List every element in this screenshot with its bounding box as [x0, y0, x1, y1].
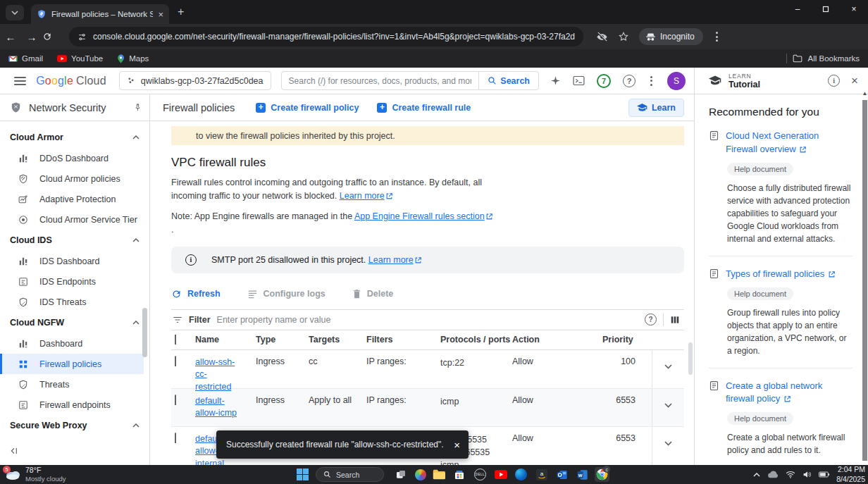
bookmark-star-icon[interactable]: [618, 31, 629, 42]
sidebar-item-ids-endpoints[interactable]: IDS Endpoints: [0, 271, 149, 292]
reload-button[interactable]: [42, 32, 63, 42]
create-firewall-rule-button[interactable]: + Create firewall rule: [377, 103, 471, 113]
file-explorer-button[interactable]: [431, 467, 446, 482]
sidebar-item-cloud-armor-service-tier[interactable]: Cloud Armor Service Tier: [0, 209, 149, 230]
copilot-button[interactable]: [413, 467, 428, 482]
sidebar-item-ngfw-dashboard[interactable]: Dashboard: [0, 333, 149, 354]
tab-search-caret-button[interactable]: [6, 5, 24, 20]
sidebar-section-cloud-ids[interactable]: Cloud IDS: [0, 230, 149, 251]
select-all-checkbox[interactable]: [175, 335, 176, 345]
table-row[interactable]: default-allow-icmp Ingress Apply to all …: [171, 389, 684, 427]
smtp-learn-more-link[interactable]: Learn more: [368, 255, 414, 265]
app-engine-firewall-link[interactable]: App Engine Firewall rules section: [354, 211, 485, 221]
column-header-name[interactable]: Name: [195, 335, 256, 345]
outlook-button[interactable]: [554, 467, 569, 482]
panel-scrollbar-arrow[interactable]: ▲: [862, 90, 868, 97]
row-checkbox[interactable]: [175, 395, 176, 405]
tab-close-icon[interactable]: ×: [158, 10, 163, 19]
configure-logs-button[interactable]: Configure logs: [247, 289, 326, 299]
column-header-targets[interactable]: Targets: [309, 335, 366, 345]
delete-button[interactable]: Delete: [352, 289, 394, 299]
sidebar-item-ddos-dashboard[interactable]: DDoS Dashboard: [0, 148, 149, 168]
new-tab-button[interactable]: +: [178, 6, 184, 18]
panel-info-icon[interactable]: i: [828, 75, 840, 87]
browser-menu-icon[interactable]: [713, 32, 721, 42]
console-search-input[interactable]: [282, 76, 479, 86]
sidebar-item-cloud-armor-policies[interactable]: Cloud Armor policies: [0, 168, 149, 189]
row-checkbox[interactable]: [175, 433, 176, 443]
taskbar-clock[interactable]: 2:04 PM 8/4/2025: [836, 465, 865, 483]
sidebar-section-cloud-armor[interactable]: Cloud Armor: [0, 127, 149, 148]
dell-app-button[interactable]: DELL: [473, 467, 488, 482]
window-maximize-button[interactable]: [812, 0, 840, 18]
learn-card-link[interactable]: Types of firewall policies: [726, 268, 835, 281]
firewall-rule-link[interactable]: default-allow-icmp: [195, 395, 240, 420]
filter-input[interactable]: [217, 315, 638, 325]
window-close-button[interactable]: ×: [840, 0, 868, 18]
row-checkbox[interactable]: [175, 356, 176, 366]
all-bookmarks-label[interactable]: All Bookmarks: [808, 54, 860, 63]
create-firewall-policy-button[interactable]: + Create firewall policy: [256, 103, 359, 113]
edge-button[interactable]: [514, 467, 528, 482]
bookmark-gmail[interactable]: Gmail: [8, 54, 43, 63]
column-header-protocols[interactable]: Protocols / ports: [440, 335, 512, 345]
sidebar-item-ids-threats[interactable]: IDS Threats: [0, 292, 149, 312]
filter-help-icon[interactable]: ?: [645, 314, 657, 325]
eye-off-icon[interactable]: [596, 31, 608, 43]
table-row[interactable]: allow-ssh-cc-restricted Ingress cc IP ra…: [171, 350, 684, 389]
sidebar-section-cloud-ngfw[interactable]: Cloud NGFW: [0, 312, 149, 333]
site-settings-icon[interactable]: [78, 32, 87, 42]
help-icon[interactable]: ?: [623, 75, 636, 87]
window-minimize-button[interactable]: –: [783, 0, 812, 18]
learn-more-link[interactable]: Learn more: [340, 191, 385, 201]
cloud-shell-icon[interactable]: [573, 75, 585, 86]
column-header-filters[interactable]: Filters: [366, 335, 440, 345]
sidebar-item-ngfw-threats[interactable]: Threats: [0, 374, 149, 395]
wifi-icon[interactable]: [786, 471, 795, 478]
column-header-type[interactable]: Type: [256, 335, 309, 345]
learn-card-link[interactable]: Cloud Next Generation Firewall overview: [726, 130, 852, 156]
sidebar-scrollbar[interactable]: [142, 308, 147, 357]
taskbar-weather-widget[interactable]: 5 78°F Mostly cloudy: [4, 466, 66, 483]
browser-tab[interactable]: Firewall policies – Network Secu ×: [31, 4, 169, 24]
pin-icon[interactable]: [133, 103, 142, 112]
bookmark-youtube[interactable]: YouTube: [57, 54, 103, 63]
learn-button[interactable]: Learn: [628, 99, 684, 117]
google-cloud-logo[interactable]: Google Cloud: [36, 75, 106, 87]
console-search-button[interactable]: Search: [478, 72, 538, 89]
sidebar-item-adaptive-protection[interactable]: Adaptive Protection: [0, 189, 149, 209]
battery-icon[interactable]: [819, 471, 829, 478]
firewall-rule-link[interactable]: allow-ssh-cc-restricted: [195, 356, 240, 394]
row-expand-chevron-icon[interactable]: [652, 389, 683, 426]
column-display-options-icon[interactable]: [670, 315, 680, 325]
start-button[interactable]: [295, 467, 310, 482]
back-button[interactable]: ←: [0, 31, 21, 43]
row-expand-chevron-icon[interactable]: [652, 427, 683, 466]
panel-scrollbar[interactable]: [862, 100, 867, 461]
learn-card-link[interactable]: Create a global network firewall policy: [726, 380, 852, 407]
refresh-button[interactable]: Refresh: [171, 289, 221, 299]
amazon-button[interactable]: a: [534, 467, 549, 482]
panel-close-icon[interactable]: ×: [851, 74, 858, 88]
word-button[interactable]: W: [575, 467, 590, 482]
forward-button[interactable]: →: [21, 31, 42, 43]
column-header-priority[interactable]: Priority: [602, 335, 638, 345]
address-bar[interactable]: console.cloud.google.com/net-security/fi…: [69, 27, 583, 46]
main-scrollbar[interactable]: [688, 342, 693, 375]
volume-icon[interactable]: [802, 471, 812, 478]
youtube-button[interactable]: [493, 467, 508, 482]
sidebar-item-ids-dashboard[interactable]: IDS Dashboard: [0, 251, 149, 271]
nav-menu-icon[interactable]: [14, 77, 26, 85]
task-view-button[interactable]: [393, 467, 408, 482]
toast-close-icon[interactable]: ×: [454, 439, 460, 451]
taskbar-search[interactable]: Search: [316, 467, 384, 482]
column-header-action[interactable]: Action: [512, 335, 602, 345]
sidebar-collapse-button[interactable]: [10, 447, 20, 455]
sidebar-item-firewall-endpoints[interactable]: Firewall endpoints: [0, 395, 149, 415]
sidebar-item-firewall-policies[interactable]: Firewall policies: [0, 354, 144, 374]
gemini-sparkle-icon[interactable]: [550, 75, 561, 86]
console-more-menu-icon[interactable]: [647, 76, 655, 86]
onedrive-cloud-icon[interactable]: [767, 471, 779, 478]
tray-show-hidden-icons[interactable]: [753, 473, 760, 477]
bookmark-maps[interactable]: Maps: [117, 54, 149, 63]
